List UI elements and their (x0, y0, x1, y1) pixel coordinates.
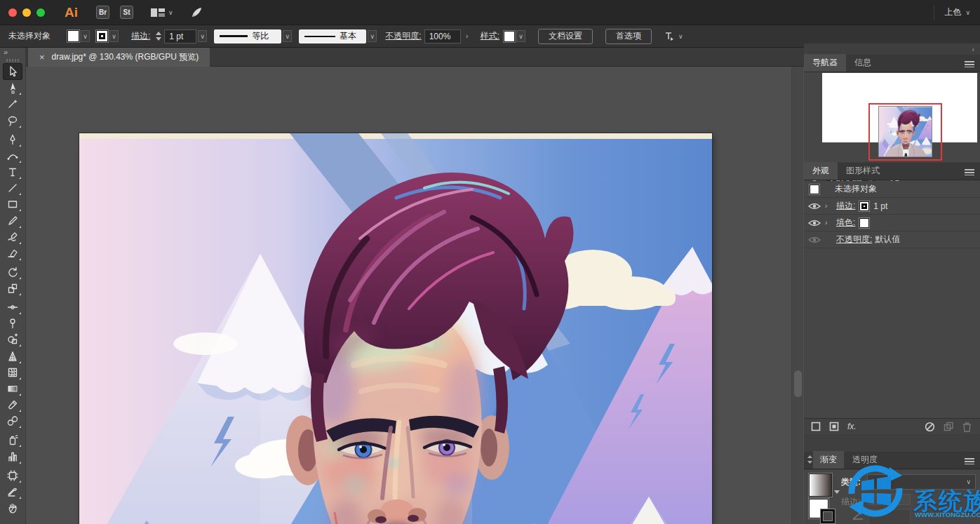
width-tool[interactable] (4, 300, 22, 315)
selection-tool[interactable] (4, 64, 22, 79)
symbol-sprayer-tool[interactable] (4, 432, 22, 448)
type-tool[interactable] (4, 164, 22, 180)
tab-navigator[interactable]: 导航器 (804, 54, 846, 72)
fill-color-swatch[interactable] (67, 30, 79, 42)
appearance-fill-swatch[interactable] (859, 218, 869, 228)
gradient-stroke-along-button[interactable] (883, 494, 896, 505)
duplicate-item-icon[interactable] (944, 422, 954, 431)
stroke-color-dropdown[interactable]: ∨ (109, 30, 119, 42)
navigator-proxy-rect[interactable] (868, 103, 942, 161)
stock-button[interactable]: St (120, 6, 133, 19)
tab-transparency[interactable]: 透明度 (844, 451, 886, 469)
brush-definition-select[interactable]: 基本 (299, 29, 366, 43)
pen-tool[interactable] (4, 132, 22, 147)
column-graph-tool[interactable] (4, 449, 22, 464)
isolate-selection-button[interactable]: ∨ (663, 31, 683, 42)
toolbar-expand-button[interactable]: » (0, 48, 25, 58)
artboard-tool[interactable] (4, 468, 22, 483)
appearance-opacity-label[interactable]: 不透明度: (836, 234, 872, 246)
add-effect-button[interactable]: fx. (847, 422, 857, 431)
scale-tool[interactable] (4, 281, 22, 296)
tab-gradient[interactable]: 渐变 (813, 451, 844, 469)
stroke-weight-dropdown[interactable]: ∨ (198, 30, 207, 42)
document-tab[interactable]: × draw.jpg* @ 130.43% (RGB/GPU 预览) (28, 48, 210, 67)
appearance-stroke-swatch[interactable] (859, 201, 869, 211)
tab-graphic-styles[interactable]: 图形样式 (838, 162, 888, 180)
stroke-color-swatch[interactable] (96, 30, 108, 42)
preferences-button[interactable]: 首选项 (605, 29, 652, 44)
gradient-fill-swatch[interactable] (809, 473, 832, 497)
toolbar-grip[interactable] (6, 59, 19, 62)
gradient-stroke-proxy[interactable] (821, 509, 835, 523)
appearance-row-fill[interactable]: › 填色: (804, 215, 980, 231)
delete-item-icon[interactable] (962, 422, 972, 432)
style-dropdown[interactable]: ∨ (516, 30, 525, 42)
expand-row-icon[interactable]: › (825, 219, 836, 227)
shape-builder-tool[interactable] (4, 332, 22, 347)
appearance-row-stroke[interactable]: › 描边: 1 pt (804, 198, 980, 215)
puppet-warp-tool[interactable] (4, 316, 22, 331)
panel-menu-icon[interactable] (965, 458, 974, 464)
line-segment-tool[interactable] (4, 180, 22, 196)
eraser-tool[interactable] (4, 246, 22, 261)
visibility-eye-icon[interactable] (808, 202, 821, 210)
appearance-row-no-selection[interactable]: 未选择对象 (804, 181, 980, 198)
stroke-weight-label[interactable]: 描边: (131, 30, 150, 42)
canvas-area[interactable] (26, 67, 791, 524)
gpu-performance-button[interactable] (190, 6, 203, 19)
panel-menu-icon[interactable] (965, 61, 974, 67)
workspace-switcher[interactable]: 上色 ∨ (934, 5, 980, 20)
lasso-tool[interactable] (4, 113, 22, 128)
vertical-scrollbar-thumb[interactable] (794, 370, 802, 397)
width-profile-dropdown[interactable]: ∨ (283, 30, 292, 42)
perspective-grid-tool[interactable] (4, 349, 22, 364)
collapse-panels-button[interactable]: › (972, 45, 974, 53)
style-label[interactable]: 样式: (481, 30, 499, 42)
artboard[interactable] (79, 133, 712, 524)
appearance-row-opacity[interactable]: 不透明度: 默认值 (804, 231, 980, 248)
magic-wand-tool[interactable] (4, 96, 22, 112)
gradient-angle-input[interactable] (868, 509, 911, 524)
panel-cycle-icon[interactable] (807, 455, 813, 464)
gradient-type-select[interactable]: ∨ (867, 474, 976, 490)
stroke-weight-value[interactable]: 1 pt (164, 29, 196, 43)
opacity-expand-button[interactable]: › (462, 29, 472, 43)
blend-tool[interactable] (4, 413, 22, 429)
paintbrush-tool[interactable] (4, 213, 22, 229)
visibility-eye-icon[interactable] (808, 219, 821, 227)
vertical-scrollbar[interactable] (791, 67, 803, 524)
tab-appearance[interactable]: 外观 (804, 162, 838, 180)
zoom-window-button[interactable] (36, 8, 45, 17)
opacity-label[interactable]: 不透明度: (385, 30, 421, 42)
close-tab-icon[interactable]: × (39, 52, 45, 62)
appearance-fill-label[interactable]: 填色: (836, 217, 855, 229)
visibility-eye-icon[interactable] (808, 236, 821, 244)
stroke-weight-stepper[interactable] (156, 32, 161, 41)
width-profile-select[interactable]: 等比 (214, 29, 281, 43)
curvature-tool[interactable] (4, 148, 22, 163)
gradient-stroke-across-button[interactable] (898, 494, 911, 505)
expand-row-icon[interactable]: › (825, 202, 836, 210)
appearance-stroke-label[interactable]: 描边: (836, 200, 855, 212)
eyedropper-tool[interactable] (4, 397, 22, 412)
rotate-tool[interactable] (4, 264, 22, 280)
hand-tool[interactable] (4, 500, 22, 516)
opacity-value[interactable]: 100% (424, 29, 461, 43)
brush-definition-dropdown[interactable]: ∨ (368, 30, 377, 42)
document-setup-button[interactable]: 文档设置 (538, 29, 593, 44)
style-swatch[interactable] (504, 31, 515, 42)
panel-menu-icon[interactable] (965, 169, 974, 175)
minimize-window-button[interactable] (22, 8, 31, 17)
rectangle-tool[interactable] (4, 196, 22, 212)
clear-appearance-icon[interactable] (925, 422, 935, 432)
arrange-documents-button[interactable]: ∨ (150, 8, 173, 18)
shaper-tool[interactable] (4, 229, 22, 245)
slice-tool[interactable] (4, 484, 22, 499)
fill-color-dropdown[interactable]: ∨ (81, 30, 90, 42)
gradient-tool[interactable] (4, 381, 22, 396)
mesh-tool[interactable] (4, 365, 22, 380)
close-window-button[interactable] (8, 8, 17, 17)
add-new-stroke-icon[interactable] (811, 422, 821, 431)
direct-selection-tool[interactable] (4, 80, 22, 95)
tab-info[interactable]: 信息 (846, 54, 880, 72)
